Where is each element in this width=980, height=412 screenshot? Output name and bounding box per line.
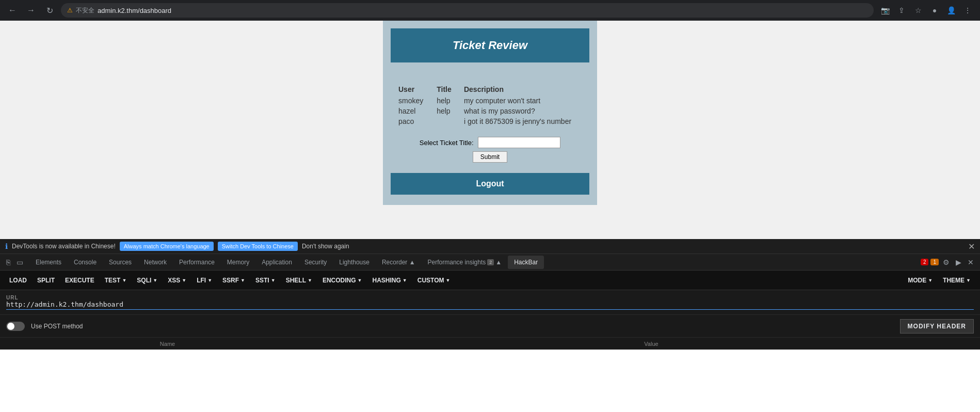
cell-user: paco <box>393 116 431 126</box>
tab-hackbar[interactable]: HackBar <box>508 256 544 269</box>
caret-icon: ▼ <box>240 278 245 283</box>
hackbar-ssti-button[interactable]: SSTI ▼ <box>250 274 281 287</box>
devtools-notification-bar: ℹ DevTools is now available in Chinese! … <box>0 239 980 253</box>
tab-security[interactable]: Security <box>298 256 333 269</box>
tab-performance[interactable]: Performance <box>173 256 221 269</box>
extensions-icon[interactable]: ● <box>927 3 942 18</box>
ticket-title-input[interactable] <box>478 137 560 148</box>
cell-description: my computer won't start <box>459 96 587 106</box>
warning-badge: 1 <box>930 259 939 265</box>
name-column-label: Name <box>6 341 329 347</box>
col-header-description: Description <box>459 83 587 96</box>
table-row: paco i got it 8675309 is jenny's number <box>393 116 587 126</box>
caret-icon: ▼ <box>358 278 362 283</box>
hackbar-encoding-button[interactable]: ENCODING ▼ <box>317 274 367 287</box>
browser-action-buttons: 📷 ⇪ ☆ ● 👤 ⋮ <box>878 3 975 18</box>
value-column-label: Value <box>329 341 974 347</box>
share-icon[interactable]: ⇪ <box>894 3 909 18</box>
table-row: smokey help my computer won't start <box>393 96 587 106</box>
page-container: Ticket Review User Title Description smo… <box>383 21 597 205</box>
hackbar-execute-button[interactable]: EXECUTE <box>60 274 100 287</box>
refresh-button[interactable]: ↻ <box>42 3 57 18</box>
hackbar-lfi-button[interactable]: LFI ▼ <box>191 274 217 287</box>
select-ticket-label: Select Ticket Title: <box>420 139 474 147</box>
hackbar-load-button[interactable]: LOAD <box>4 274 32 287</box>
cell-user: hazel <box>393 106 431 116</box>
caret-icon: ▼ <box>446 278 451 283</box>
caret-icon: ▼ <box>182 278 186 283</box>
security-warning-icon: ⚠ <box>67 7 73 14</box>
back-button[interactable]: ← <box>5 3 20 18</box>
hackbar-nv-row: Name Value <box>0 337 980 350</box>
hackbar-theme-button[interactable]: THEME ▼ <box>938 274 976 287</box>
tab-network[interactable]: Network <box>138 256 173 269</box>
hackbar-right-buttons: MODE ▼ THEME ▼ <box>903 274 976 287</box>
always-match-button[interactable]: Always match Chrome's language <box>120 242 214 251</box>
tab-performance-insights[interactable]: Performance insights 2 ▲ <box>422 256 508 269</box>
cell-title: help <box>431 106 459 116</box>
col-header-user: User <box>393 83 431 96</box>
perf-insights-label: Performance insights 2 ▲ <box>428 259 502 266</box>
post-method-toggle[interactable] <box>6 322 25 331</box>
select-ticket-section: Select Ticket Title: Submit <box>383 137 597 163</box>
bookmark-icon[interactable]: ☆ <box>911 3 925 18</box>
tab-lighthouse[interactable]: Lighthouse <box>333 256 376 269</box>
hackbar-hashing-button[interactable]: HASHING ▼ <box>367 274 412 287</box>
hackbar-ssrf-button[interactable]: SSRF ▼ <box>217 274 250 287</box>
post-method-label: Use POST method <box>31 323 83 330</box>
cell-description: i got it 8675309 is jenny's number <box>459 116 587 126</box>
menu-icon[interactable]: ⋮ <box>960 3 975 18</box>
submit-button[interactable]: Submit <box>473 151 507 163</box>
devtools-tabs-right: 2 1 ⚙ ▶ ✕ <box>921 257 976 267</box>
notify-text: DevTools is now available in Chinese! <box>12 243 116 250</box>
modify-header-button[interactable]: MODIFY HEADER <box>900 319 974 334</box>
hackbar-split-button[interactable]: SPLIT <box>32 274 60 287</box>
device-icon[interactable]: ▭ <box>14 257 25 267</box>
tab-recorder[interactable]: Recorder ▲ <box>376 256 422 269</box>
col-header-title: Title <box>431 83 459 96</box>
logout-button[interactable]: Logout <box>391 173 589 195</box>
hackbar-url-section: URL <box>0 290 980 314</box>
url-input[interactable] <box>6 300 974 310</box>
forward-button[interactable]: → <box>24 3 38 18</box>
cell-title: help <box>431 96 459 106</box>
hackbar-xss-button[interactable]: XSS ▼ <box>163 274 191 287</box>
caret-icon: ▼ <box>271 278 276 283</box>
tab-console[interactable]: Console <box>68 256 103 269</box>
tab-application[interactable]: Application <box>255 256 298 269</box>
perf-insights-badge: 2 <box>487 259 494 265</box>
tab-sources[interactable]: Sources <box>103 256 138 269</box>
browser-chrome: ← → ↻ ⚠ 不安全 admin.k2.thm/dashboard 📷 ⇪ ☆… <box>0 0 980 21</box>
tab-elements[interactable]: Elements <box>29 256 68 269</box>
screenshot-icon[interactable]: 📷 <box>878 3 892 18</box>
hackbar-custom-button[interactable]: CUSTOM ▼ <box>412 274 456 287</box>
cell-description: what is my password? <box>459 106 587 116</box>
hackbar-sqli-button[interactable]: SQLI ▼ <box>132 274 163 287</box>
hackbar-post-section: Use POST method MODIFY HEADER <box>0 314 980 337</box>
devtools-tabs-bar: ⎘ ▭ Elements Console Sources Network Per… <box>0 253 980 270</box>
hackbar-shell-button[interactable]: SHELL ▼ <box>281 274 317 287</box>
devtools-tab-icons: ⎘ ▭ <box>4 257 25 267</box>
table-row: hazel help what is my password? <box>393 106 587 116</box>
close-devtools-button[interactable]: ✕ <box>966 257 976 267</box>
error-badge: 2 <box>921 259 929 265</box>
tab-memory[interactable]: Memory <box>221 256 255 269</box>
inspect-icon[interactable]: ⎘ <box>4 257 12 267</box>
main-content: Ticket Review User Title Description smo… <box>0 21 980 239</box>
ticket-header: Ticket Review <box>391 28 589 62</box>
info-icon: ℹ <box>5 242 8 250</box>
settings-icon[interactable]: ⚙ <box>941 257 952 267</box>
ticket-table: User Title Description smokey help my co… <box>383 83 597 126</box>
hackbar-toolbar: LOAD SPLIT EXECUTE TEST ▼ SQLI ▼ XSS ▼ L… <box>0 270 980 290</box>
toggle-knob <box>7 323 14 330</box>
hackbar-mode-button[interactable]: MODE ▼ <box>903 274 938 287</box>
profile-icon[interactable]: 👤 <box>944 3 958 18</box>
address-bar[interactable]: ⚠ 不安全 admin.k2.thm/dashboard <box>61 3 874 18</box>
switch-chinese-button[interactable]: Switch Dev Tools to Chinese <box>218 242 298 251</box>
close-notify-button[interactable]: ✕ <box>968 242 975 251</box>
dock-icon[interactable]: ▶ <box>954 257 963 267</box>
hackbar-test-button[interactable]: TEST ▼ <box>100 274 132 287</box>
caret-icon: ▼ <box>153 278 157 283</box>
cell-title <box>431 116 459 126</box>
dont-show-button[interactable]: Don't show again <box>302 243 349 250</box>
